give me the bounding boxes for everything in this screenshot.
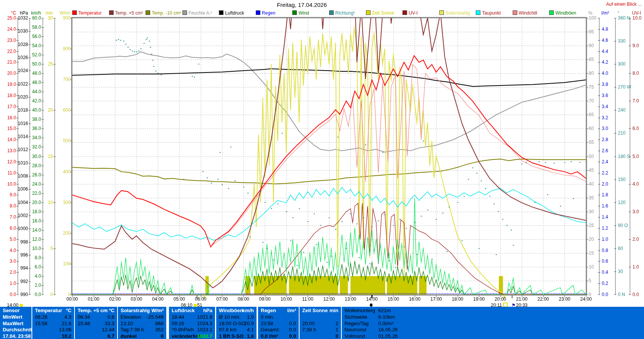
legend-item-12[interactable]: Taupunkt — [476, 10, 501, 16]
axis-tick-label-pct: 100 — [589, 16, 606, 20]
axis-tick-label-min: 10 — [36, 200, 53, 205]
legend-item-10[interactable]: UV-I — [402, 10, 417, 16]
table-row: 1 Bft S-SO1.6 — [216, 333, 257, 339]
axis-tick-label-lm2: 2.2 — [602, 171, 619, 175]
legend-label: Solarstrahlg — [445, 10, 470, 16]
time-label-17: 17:00 — [428, 296, 445, 302]
legend-item-1[interactable]: Temperatur — [72, 10, 102, 16]
axis-tick-label-C: 3.0 — [0, 259, 16, 263]
axis-tick-label-lm2: 0.8 — [602, 248, 619, 253]
time-label-11: 11:00 — [299, 296, 316, 302]
legend-item-2[interactable]: Temp. +5 cmˣ — [109, 10, 143, 16]
cell-value: 0.6 — [108, 314, 114, 320]
axis-tick-label-Wm2: 300 — [54, 200, 71, 205]
axis-tick-label-kmh: 56.0 — [24, 34, 41, 39]
column-unit: °C — [109, 308, 114, 313]
legend-label: Richtungˣ — [335, 10, 355, 16]
legend-item-13[interactable]: Windchill — [513, 10, 537, 16]
cell-label: 09:16 — [172, 321, 184, 326]
column-unit: km/h — [242, 308, 254, 313]
cell-value: 1022.7 — [197, 333, 212, 339]
table-row: Temp. +5 cm°C — [75, 307, 117, 314]
axis-tick-label-kmh: 34.0 — [24, 135, 41, 140]
table-column-temperatur: Temperatur°C06:284.315:5821.613.0610.2 — [32, 307, 74, 339]
time-label-6: 06:00 — [192, 296, 209, 302]
axis-tick-label-Wm2: 600 — [54, 108, 71, 112]
axis-tick-label-deg: 150 — [618, 177, 636, 182]
legend-label: Zeit Sonne — [372, 10, 394, 16]
legend-chip-icon — [549, 10, 554, 15]
legend-item-6[interactable]: Regen — [256, 10, 275, 16]
cell-label: 7:38 h — [302, 327, 316, 332]
axis-tick-label-pct: 50 — [589, 154, 606, 159]
time-label-13: 13:00 — [342, 296, 359, 302]
column-title: Temp. +5 cm — [78, 308, 108, 313]
time-label-9: 09:00 — [257, 296, 273, 302]
axis-tick-label-Wm2: 800 — [54, 46, 71, 51]
axis-tick-label-C: 15.0 — [0, 126, 16, 131]
table-row: dunkel0 — [118, 333, 166, 339]
axis-tick-label-lm2: 1.8 — [602, 193, 619, 197]
legend-chip-icon — [256, 10, 260, 15]
axis-tick-label-kmh: 6.0 — [24, 265, 41, 269]
axis-tick-label-min: 0 — [36, 292, 53, 297]
legend-chip-icon — [72, 10, 77, 15]
axis-tick-label-uv: 8.0 — [632, 71, 644, 76]
cell-value: 1 — [336, 327, 338, 332]
axis-tick-label-uv: 2.0 — [632, 237, 644, 242]
axis-tick-label-C: 2.0 — [0, 270, 16, 275]
table-row: 16:00 O-SO20.9 — [216, 320, 257, 327]
axis-tick-label-lm2: 2.0 — [602, 182, 619, 186]
time-label-12: 12:00 — [321, 296, 338, 302]
legend-label: Luftdruck — [225, 10, 244, 16]
column-unit: °C — [66, 308, 71, 313]
table-row: SolarstrahlgW/m² — [118, 307, 166, 314]
table-row: Neumond16.05.26 — [342, 326, 644, 333]
legend-item-14[interactable]: Windböen — [549, 10, 576, 16]
axis-tick-label-lm2: 3.6 — [602, 93, 619, 98]
axis-header-Wm2: W/m² — [54, 10, 71, 16]
table-row: MaxWert — [0, 320, 31, 327]
table-row-labels: SensorMinWertMaxWertDurchschnitt17.04. 2… — [0, 307, 31, 339]
axis-tick-label-lm2: 2.4 — [602, 160, 619, 164]
column-title: Temperatur — [35, 308, 62, 313]
legend-chip-icon — [182, 10, 187, 15]
axis-tick-label-uv: 7.0 — [632, 99, 644, 103]
legend-item-4[interactable]: Feuchte A.ˣ — [182, 10, 212, 16]
legend-chip-icon — [476, 10, 480, 15]
table-row: 7:38 h1 — [300, 326, 341, 333]
time-label-16: 16:00 — [406, 296, 423, 302]
legend-item-5[interactable]: Luftdruck — [219, 10, 244, 16]
axis-tick-label-lm2: 4.2 — [602, 60, 619, 64]
cell-label: 18:44 — [172, 314, 184, 320]
legend-item-9[interactable]: Zeit Sonne — [366, 10, 394, 16]
cell-label: 0 min. — [261, 314, 274, 320]
axis-tick-label-deg: 270 W — [618, 85, 636, 89]
legend-item-7[interactable]: Wind — [292, 10, 309, 16]
table-row: 0.0 l/m²0.0 — [258, 333, 299, 339]
axis-tick-label-pct: 70 — [589, 99, 606, 103]
moon-phase-icon — [370, 303, 373, 307]
axis-tick-label-uv: 0.0 — [632, 292, 644, 297]
table-row: 06:284.3 — [32, 314, 74, 320]
table-row: 13.06 — [32, 326, 74, 333]
table-info-column: Wolkenunterg621mSichtweite6-10kmRegen/Ta… — [342, 307, 644, 339]
row-label: Sensor — [3, 308, 20, 313]
table-column-luftdruck: LuftdruckhPa18:441021.609:161024.3^0.8hP… — [169, 307, 215, 339]
row-label: MinWert — [3, 314, 22, 320]
cell-value: 2 — [336, 321, 338, 326]
axis-tick-label-kmh: 36.0 — [24, 126, 41, 131]
column-unit: hPa — [203, 308, 212, 313]
at-a-glance-link[interactable]: Auf einen Blick ... — [606, 2, 642, 7]
axis-tick-label-lm2: 4.0 — [602, 71, 619, 76]
info-value: 621m — [378, 308, 391, 313]
axis-tick-label-min: 15 — [36, 154, 53, 159]
time-label-2: 02:00 — [107, 296, 124, 302]
axis-tick-label-C: 21.0 — [0, 60, 16, 64]
legend-item-11[interactable]: Solarstrahlg — [439, 10, 470, 16]
info-label: Regen/Tag — [344, 321, 369, 326]
axis-tick-label-uv: 9.0 — [632, 43, 644, 48]
legend-item-8[interactable]: Richtungˣ — [329, 10, 355, 16]
cell-label: 20:00 — [302, 321, 315, 326]
legend-item-3[interactable]: Temp. -10 cmˣ — [146, 10, 181, 16]
